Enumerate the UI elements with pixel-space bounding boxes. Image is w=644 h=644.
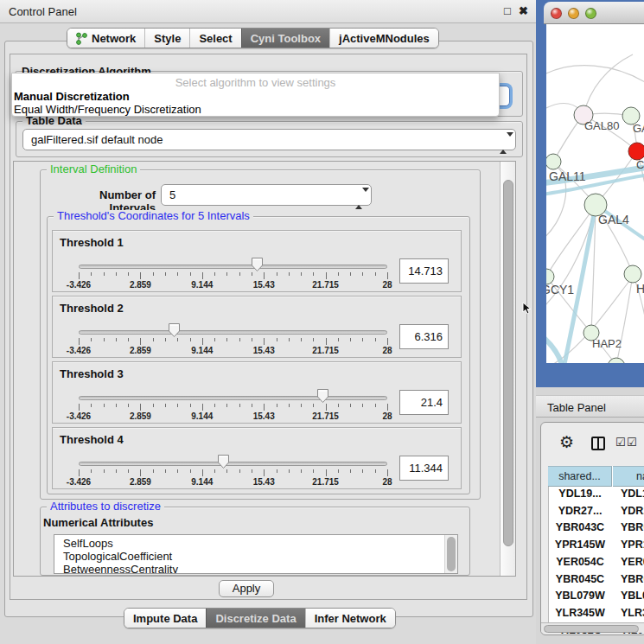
- tab-cyni-toolbox[interactable]: Cyni Toolbox: [241, 29, 329, 48]
- tab-label: Select: [199, 32, 232, 45]
- table-cell[interactable]: YBR045C: [548, 573, 612, 585]
- tick-label: 2.859: [130, 280, 151, 290]
- table-cell[interactable]: YDL1: [621, 488, 644, 500]
- zoom-traffic-light[interactable]: [585, 8, 596, 19]
- float-window-icon[interactable]: □: [504, 4, 511, 17]
- attribute-list-item[interactable]: SelfLoops: [54, 537, 457, 550]
- tick-mark: [128, 338, 129, 341]
- table-cell[interactable]: YDR2: [621, 505, 644, 517]
- tick-mark: [387, 338, 388, 345]
- table-data-combobox[interactable]: galFiltered.sif default node: [22, 129, 516, 150]
- threshold-value-field[interactable]: 14.713: [399, 258, 449, 284]
- tab-discretize-data[interactable]: Discretize Data: [206, 609, 304, 628]
- tick-mark: [165, 272, 166, 276]
- table-cell[interactable]: YPR1: [621, 539, 644, 551]
- tick-mark: [79, 272, 80, 279]
- tab-style[interactable]: Style: [144, 29, 189, 48]
- network-node[interactable]: [624, 265, 641, 283]
- apply-button[interactable]: Apply: [219, 580, 274, 597]
- network-window-titlebar[interactable]: [544, 2, 644, 24]
- num-intervals-combobox[interactable]: 5: [161, 184, 372, 206]
- network-node[interactable]: [628, 143, 644, 160]
- tick-mark: [177, 338, 178, 341]
- network-node[interactable]: [546, 154, 561, 169]
- table-cell[interactable]: YBR0: [621, 521, 644, 533]
- checkbox-icon[interactable]: ☑: [627, 436, 637, 449]
- split-pane-icon[interactable]: [591, 437, 605, 450]
- tick-mark: [153, 404, 154, 407]
- close-traffic-light[interactable]: [551, 8, 562, 19]
- tick-mark: [214, 272, 215, 276]
- threshold-slider-track[interactable]: [79, 396, 387, 400]
- table-cell[interactable]: YBL079W: [548, 590, 612, 602]
- threshold-slider-thumb[interactable]: [168, 322, 181, 338]
- close-icon[interactable]: ✖: [519, 4, 528, 17]
- attribute-list-item[interactable]: TopologicalCoefficient: [54, 550, 457, 563]
- tick-mark: [289, 404, 290, 407]
- tab-network[interactable]: Network: [67, 29, 144, 48]
- table-cell[interactable]: YPR145W: [548, 539, 612, 551]
- column-header-shared-name[interactable]: shared...: [548, 466, 612, 487]
- tick-mark: [104, 404, 105, 407]
- algorithm-option-manual[interactable]: Manual Discretization: [14, 90, 130, 103]
- tick-mark: [375, 272, 376, 276]
- table-panel-title: Table Panel: [547, 401, 606, 414]
- network-node-label: GAL4: [598, 213, 629, 226]
- scrollbar-thumb[interactable]: [503, 180, 513, 546]
- table-cell[interactable]: YLR345W: [548, 607, 612, 619]
- network-node[interactable]: [608, 358, 625, 363]
- table-cell[interactable]: YBL0: [621, 590, 644, 602]
- tab-select[interactable]: Select: [189, 29, 240, 48]
- table-cell[interactable]: YER054C: [548, 556, 612, 568]
- minimize-traffic-light[interactable]: [568, 8, 579, 19]
- checkbox-icon[interactable]: ☑: [615, 436, 626, 449]
- tick-mark: [116, 404, 117, 407]
- threshold-value-field[interactable]: 6.316: [399, 324, 449, 349]
- tick-mark: [313, 469, 314, 473]
- tick-mark: [165, 338, 166, 341]
- scrollbar-thumb[interactable]: [544, 625, 639, 633]
- threshold-value-field[interactable]: 11.344: [399, 456, 449, 481]
- tick-mark: [326, 338, 327, 345]
- numerical-attributes-list[interactable]: SelfLoopsTopologicalCoefficientBetweenne…: [54, 534, 458, 574]
- tab-impute-data[interactable]: Impute Data: [124, 609, 206, 628]
- gear-icon[interactable]: ⚙: [559, 434, 574, 450]
- threshold-slider-track[interactable]: [79, 462, 387, 466]
- threshold-slider-track[interactable]: [79, 265, 387, 269]
- threshold-label: Threshold 1: [60, 236, 124, 249]
- table-cell[interactable]: YDL19...: [548, 488, 612, 500]
- tab-jactivemnodules[interactable]: jActiveMNodules: [329, 29, 438, 48]
- tick-mark: [362, 404, 363, 407]
- threshold-slider-thumb[interactable]: [316, 388, 329, 404]
- attribute-list-item[interactable]: BetweennessCentrality: [54, 563, 457, 574]
- combo-arrows-icon: [500, 133, 507, 153]
- network-edge: [583, 54, 633, 115]
- tick-mark: [116, 338, 117, 341]
- table-horizontal-scrollbar[interactable]: [541, 622, 644, 633]
- tab-infer-network[interactable]: Infer Network: [305, 609, 395, 628]
- column-header-name[interactable]: na: [613, 466, 644, 487]
- tick-mark: [190, 404, 191, 407]
- table-cell[interactable]: YLR3: [621, 607, 644, 619]
- tick-mark: [264, 338, 265, 345]
- threshold-value-field[interactable]: 21.4: [399, 390, 449, 415]
- interval-definition-title: Interval Definition: [47, 163, 140, 175]
- table-cell[interactable]: YBR0: [621, 573, 644, 585]
- network-canvas[interactable]: GAL80GACGAL11GAL4GCY1HHAP2: [546, 24, 644, 363]
- threshold-box-1: Threshold 1-3.4262.8599.14415.4321.71528…: [52, 230, 462, 292]
- table-cell[interactable]: YER0: [621, 556, 644, 568]
- threshold-label: Threshold 2: [60, 302, 124, 315]
- network-node-label: GAL80: [584, 119, 619, 132]
- tick-mark: [313, 272, 314, 276]
- threshold-slider-track[interactable]: [79, 330, 387, 335]
- settings-vertical-scrollbar[interactable]: [500, 162, 515, 576]
- tick-mark: [202, 469, 203, 476]
- table-cell[interactable]: YDR27...: [548, 505, 612, 517]
- attributes-list-scrollbar[interactable]: [444, 535, 457, 573]
- tick-mark: [252, 272, 252, 276]
- algorithm-option-equal-width[interactable]: Equal Width/Frequency Discretization: [14, 103, 201, 116]
- tick-mark: [362, 338, 363, 341]
- threshold-slider-thumb[interactable]: [251, 257, 264, 272]
- threshold-slider-thumb[interactable]: [217, 454, 230, 469]
- table-cell[interactable]: YBR043C: [548, 521, 612, 533]
